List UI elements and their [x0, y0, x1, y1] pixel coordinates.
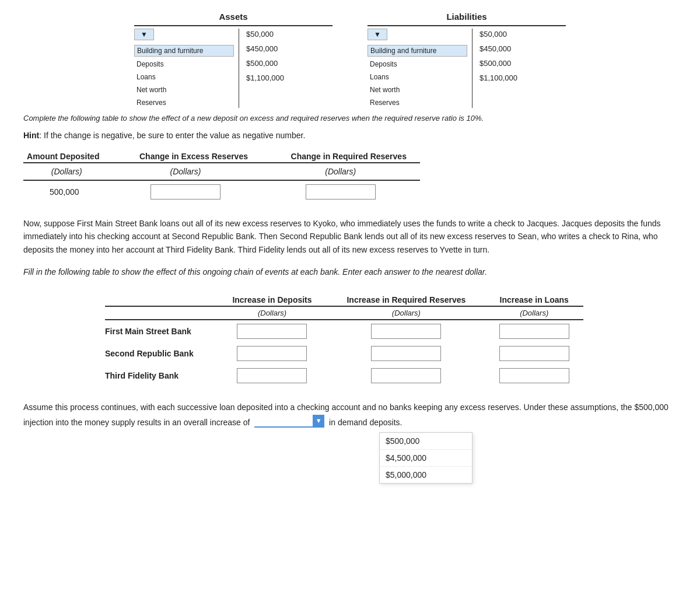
table2-row-2: Second Republic Bank [105, 342, 583, 365]
table1-required-input[interactable] [306, 184, 376, 200]
dropdown-option-1[interactable]: $500,000 [380, 433, 472, 450]
table1-excess-input[interactable] [150, 184, 220, 200]
assets-item-building: Building and furniture [134, 45, 234, 57]
liabilities-right: $50,000 $450,000 $500,000 $1,100,000 [473, 29, 517, 108]
bank1-required-cell [327, 320, 485, 342]
bottom-dropdown-arrow-icon[interactable]: ▼ [313, 415, 324, 426]
assets-val-2: $450,000 [246, 43, 284, 54]
table1-excess-cell [110, 180, 261, 203]
assets-right: $50,000 $450,000 $500,000 $1,100,000 [239, 29, 284, 108]
table2-sub2: (Dollars) [327, 306, 485, 320]
bottom-section: Assume this process continues, with each… [23, 401, 677, 484]
table2-sub3: (Dollars) [485, 306, 583, 320]
table1-subheader-row: (Dollars) (Dollars) (Dollars) [23, 163, 420, 180]
assets-column: Assets ▼ Building and furniture Deposits… [134, 12, 332, 108]
table2-section: Increase in Deposits Increase in Require… [23, 293, 677, 387]
liabilities-val-2: $450,000 [480, 43, 517, 54]
liabilities-item-networth: Net worth [368, 85, 467, 95]
table2-row-3: Third Fidelity Bank [105, 365, 583, 387]
table2-col0-header [105, 293, 217, 306]
liabilities-item-loans: Loans [368, 72, 467, 82]
assets-header: Assets [134, 12, 332, 22]
assets-content: ▼ Building and furniture Deposits Loans … [134, 29, 332, 108]
liabilities-dropdown[interactable]: ▼ [368, 29, 387, 40]
table1-required-cell [261, 180, 420, 203]
italic-paragraph: Fill in the following table to show the … [23, 265, 677, 278]
table2-sub1: (Dollars) [217, 306, 328, 320]
bottom-dropdown-value [254, 415, 313, 426]
table2-col2-header: Increase in Required Reserves [327, 293, 485, 306]
bottom-dropdown-container: ▼ [254, 415, 324, 430]
table2: Increase in Deposits Increase in Require… [105, 293, 583, 387]
balance-sheet-section: Assets ▼ Building and furniture Deposits… [23, 12, 677, 108]
bank3-required-cell [327, 365, 485, 387]
bank3-deposits-cell [217, 365, 328, 387]
bottom-dropdown-trigger[interactable]: ▼ [254, 415, 324, 428]
table2-col3-header: Increase in Loans [485, 293, 583, 306]
bank1-loans-input[interactable] [499, 324, 569, 339]
liabilities-column: Liabilities ▼ Building and furniture Dep… [368, 12, 566, 108]
table1-sub1: (Dollars) [23, 163, 110, 180]
hint-text: Hint: If the change is negative, be sure… [23, 131, 677, 140]
table1: Amount Deposited Change in Excess Reserv… [23, 149, 420, 203]
assets-val-3: $500,000 [246, 58, 284, 69]
table2-subheader-row: (Dollars) (Dollars) (Dollars) [105, 306, 583, 320]
bank1-required-input[interactable] [371, 324, 441, 339]
table2-header-row: Increase in Deposits Increase in Require… [105, 293, 583, 306]
bottom-dropdown-menu: $500,000 $4,500,000 $5,000,000 [379, 432, 473, 484]
hint-body: : If the change is negative, be sure to … [39, 131, 305, 140]
bank2-loans-input[interactable] [499, 346, 569, 361]
liabilities-val-3: $500,000 [480, 58, 517, 69]
bank3-loans-input[interactable] [499, 368, 569, 383]
assets-item-networth: Net worth [134, 85, 234, 95]
liabilities-left-items: Building and furniture Deposits Loans Ne… [368, 43, 467, 108]
liabilities-val-4: $1,100,000 [480, 72, 517, 83]
bank3-name: Third Fidelity Bank [105, 365, 217, 387]
assets-item-loans: Loans [134, 72, 234, 82]
bank2-required-input[interactable] [371, 346, 441, 361]
bank1-deposits-input[interactable] [237, 324, 307, 339]
liabilities-val-1: $50,000 [480, 29, 517, 40]
assets-left-items: Building and furniture Deposits Loans Ne… [134, 43, 234, 108]
liabilities-item-building: Building and furniture [368, 45, 467, 57]
hint-label: Hint [23, 131, 39, 140]
table1-row-1: 500,000 [23, 180, 420, 203]
liabilities-left: ▼ Building and furniture Deposits Loans … [368, 29, 473, 108]
liabilities-item-reserves: Reserves [368, 97, 467, 108]
bank2-deposits-cell [217, 342, 328, 365]
table1-header-row: Amount Deposited Change in Excess Reserv… [23, 149, 420, 163]
assets-dropdown[interactable]: ▼ [134, 29, 154, 40]
bank1-loans-cell [485, 320, 583, 342]
assets-item-reserves: Reserves [134, 97, 234, 108]
liabilities-item-deposits: Deposits [368, 59, 467, 69]
table1-col3-header: Change in Required Reserves [261, 149, 420, 163]
table1-amount: 500,000 [23, 180, 110, 203]
liabilities-content: ▼ Building and furniture Deposits Loans … [368, 29, 566, 108]
bottom-para-text: Assume this process continues, with each… [23, 401, 677, 429]
assets-val-4: $1,100,000 [246, 72, 284, 83]
main-paragraph: Now, suppose First Main Street Bank loan… [23, 217, 677, 256]
table1-sub2: (Dollars) [110, 163, 261, 180]
assets-left: ▼ Building and furniture Deposits Loans … [134, 29, 239, 108]
dropdown-option-3[interactable]: $5,000,000 [380, 467, 472, 483]
bank2-deposits-input[interactable] [237, 346, 307, 361]
table1-section: Amount Deposited Change in Excess Reserv… [23, 149, 677, 203]
assets-item-deposits: Deposits [134, 59, 234, 69]
bottom-para-after: in demand deposits. [329, 418, 402, 427]
bank1-name: First Main Street Bank [105, 320, 217, 342]
bank3-required-input[interactable] [371, 368, 441, 383]
table2-row-1: First Main Street Bank [105, 320, 583, 342]
bank2-name: Second Republic Bank [105, 342, 217, 365]
bank3-deposits-input[interactable] [237, 368, 307, 383]
bank2-loans-cell [485, 342, 583, 365]
dropdown-option-2[interactable]: $4,500,000 [380, 450, 472, 467]
caption-text: Complete the following table to show the… [23, 114, 677, 123]
bank3-loans-cell [485, 365, 583, 387]
table1-col1-header: Amount Deposited [23, 149, 110, 163]
table1-sub3: (Dollars) [261, 163, 420, 180]
table1-col2-header: Change in Excess Reserves [110, 149, 261, 163]
bank1-deposits-cell [217, 320, 328, 342]
liabilities-header: Liabilities [368, 12, 566, 22]
table2-col1-header: Increase in Deposits [217, 293, 328, 306]
bank2-required-cell [327, 342, 485, 365]
